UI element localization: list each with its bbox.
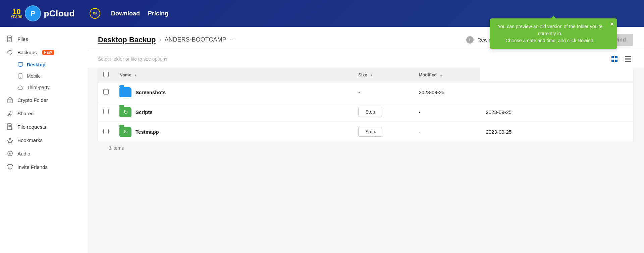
select-all-checkbox[interactable]	[103, 72, 109, 77]
sidebar-label-third-party: Third-party	[27, 85, 50, 90]
list-view-button[interactable]	[623, 54, 633, 64]
logo-icon: P	[25, 5, 41, 21]
breadcrumb-more[interactable]: ···	[229, 36, 236, 43]
svg-rect-9	[615, 56, 618, 58]
row-checkbox-testmapp[interactable]	[103, 129, 109, 134]
logo-text: pCloud	[44, 8, 75, 19]
svg-rect-8	[611, 56, 614, 58]
svg-rect-12	[625, 56, 631, 57]
svg-point-3	[20, 77, 21, 78]
folder-blue-icon	[119, 87, 131, 97]
file-size-scripts: -	[413, 102, 480, 122]
eu-icon: EU	[90, 8, 100, 19]
sidebar-item-bookmarks[interactable]: Bookmarks	[0, 133, 87, 147]
grid-view-button[interactable]	[609, 54, 620, 64]
file-modified-testmapp: 2023-09-25	[480, 122, 633, 142]
row-checkbox-screenshots[interactable]	[103, 89, 109, 94]
svg-rect-10	[611, 60, 614, 62]
svg-rect-14	[625, 61, 631, 62]
file-request-icon	[7, 123, 13, 130]
breadcrumb-separator: ›	[159, 36, 161, 43]
eu-badge: EU	[90, 8, 100, 19]
svg-rect-13	[625, 59, 631, 60]
toolbar-hint: Select folder or file to see options	[98, 56, 167, 62]
table-row: ↻ Testmapp Stop - 2023-09-25	[98, 122, 633, 142]
file-table-wrap: Name ▲ Size ▲ Modified ▲	[87, 68, 644, 253]
svg-rect-1	[18, 63, 23, 66]
sidebar-label-audio: Audio	[17, 151, 30, 156]
sidebar-item-mobile[interactable]: Mobile	[17, 70, 87, 82]
modified-sort-icon[interactable]: ▲	[439, 73, 443, 77]
folder-green-icon-scripts: ↻	[119, 107, 131, 117]
main-content: Desktop Backup › ANDERS-BOOTCAMP ··· i R…	[87, 27, 644, 253]
audio-icon	[7, 150, 13, 157]
tooltip-close[interactable]: ×	[610, 21, 614, 27]
sidebar-label-crypto: Crypto Folder	[17, 97, 48, 103]
nav-download[interactable]: Download	[111, 10, 140, 17]
mobile-icon	[17, 73, 23, 79]
star-icon	[7, 137, 13, 143]
sync-icon-scripts: ↻	[123, 109, 128, 115]
svg-point-5	[10, 101, 11, 102]
file-modified-screenshots: 2023-09-25	[413, 82, 480, 102]
rewind-info-icon[interactable]: i	[466, 36, 474, 44]
name-sort-icon[interactable]: ▲	[134, 73, 138, 77]
sidebar-label-desktop: Desktop	[27, 62, 45, 67]
breadcrumb-root[interactable]: Desktop Backup	[98, 36, 156, 44]
file-name-scripts: Scripts	[136, 109, 153, 115]
app-body: Files Backups NEW Desktop Mobile	[0, 27, 644, 253]
shared-icon	[7, 110, 13, 117]
sidebar-item-files[interactable]: Files	[0, 32, 87, 46]
file-modified-scripts: 2023-09-25	[480, 102, 633, 122]
trophy-icon	[7, 164, 13, 170]
header-nav: Download Pricing	[111, 10, 168, 17]
sidebar-label-file-requests: File requests	[17, 124, 46, 130]
size-sort-icon[interactable]: ▲	[370, 73, 373, 77]
stop-button-scripts[interactable]: Stop	[358, 107, 382, 117]
sidebar-label-backups: Backups	[17, 50, 37, 55]
sidebar-sub-backups: Desktop Mobile Third-party	[0, 59, 87, 93]
sidebar-item-invite[interactable]: Invite Friends	[0, 160, 87, 174]
sidebar-item-third-party[interactable]: Third-party	[17, 82, 87, 93]
table-row: ↻ Scripts Stop - 2023-09-25	[98, 102, 633, 122]
sidebar-label-invite: Invite Friends	[17, 164, 48, 170]
folder-green-icon-testmapp: ↻	[119, 127, 131, 137]
file-cell-testmapp: ↻ Testmapp	[119, 127, 347, 137]
tooltip-line2: Choose a date and time, and click Rewind…	[496, 37, 604, 44]
col-size-label: Size	[358, 72, 367, 77]
sidebar-item-file-requests[interactable]: File requests	[0, 120, 87, 133]
sidebar-item-backups[interactable]: Backups NEW	[0, 46, 87, 59]
file-cell-scripts: ↻ Scripts	[119, 107, 347, 117]
sidebar-item-audio[interactable]: Audio	[0, 147, 87, 160]
row-checkbox-scripts[interactable]	[103, 109, 109, 114]
sidebar-item-shared[interactable]: Shared	[0, 107, 87, 120]
file-name-screenshots: Screenshots	[136, 89, 166, 95]
nav-pricing[interactable]: Pricing	[148, 10, 168, 17]
logo-years: 10 YEARS	[11, 8, 22, 19]
logo: 10 YEARS P pCloud	[11, 5, 75, 21]
file-icon	[7, 36, 13, 42]
new-badge: NEW	[42, 50, 54, 55]
sidebar-label-mobile: Mobile	[27, 73, 41, 79]
file-table: Name ▲ Size ▲ Modified ▲	[98, 68, 633, 141]
col-name-label: Name	[119, 72, 131, 77]
sidebar: Files Backups NEW Desktop Mobile	[0, 27, 87, 253]
file-size-testmapp: -	[413, 122, 480, 142]
sidebar-item-crypto[interactable]: Crypto Folder	[0, 93, 87, 107]
lock-icon	[7, 97, 13, 103]
sidebar-label-shared: Shared	[17, 111, 34, 116]
items-count: 3 items	[98, 141, 633, 155]
breadcrumb: Desktop Backup › ANDERS-BOOTCAMP ···	[98, 36, 236, 44]
sidebar-label-files: Files	[17, 36, 28, 42]
table-row: Screenshots - 2023-09-25	[98, 82, 633, 102]
sync-icon-testmapp: ↻	[123, 129, 128, 135]
sidebar-item-desktop[interactable]: Desktop	[17, 59, 87, 70]
breadcrumb-current: ANDERS-BOOTCAMP	[164, 36, 226, 43]
file-cell-screenshots: Screenshots	[119, 87, 347, 97]
stop-button-testmapp[interactable]: Stop	[358, 127, 382, 137]
sidebar-label-bookmarks: Bookmarks	[17, 137, 43, 143]
backups-icon	[7, 49, 13, 56]
file-size-screenshots: -	[353, 82, 413, 102]
toolbar: Select folder or file to see options	[87, 50, 644, 68]
svg-rect-11	[615, 60, 618, 62]
